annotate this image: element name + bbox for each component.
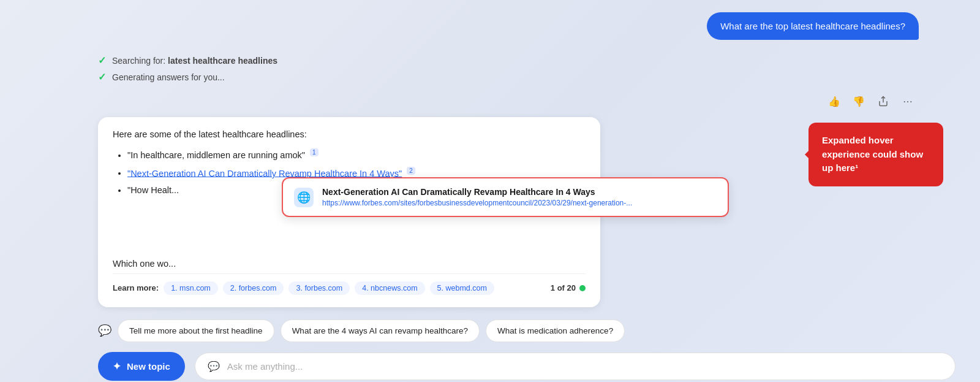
source-chip-3[interactable]: 3. forbes.com (288, 281, 350, 295)
learn-more-label: Learn more: (113, 283, 159, 292)
globe-icon: 🌐 (294, 188, 314, 207)
suggestions-icon: 💬 (98, 324, 111, 337)
more-options-button[interactable]: ⋯ (897, 90, 919, 112)
status-text-2: Generating answers for you... (112, 72, 225, 82)
user-message-bubble: What are the top latest healthcare headl… (707, 12, 919, 40)
search-input-container: 💬 (195, 353, 956, 380)
search-input-icon: 💬 (208, 361, 220, 372)
learn-more-section: Learn more: 1. msn.com 2. forbes.com 3. … (113, 273, 586, 295)
thumbs-up-button[interactable]: 👍 (823, 90, 845, 112)
new-topic-button[interactable]: ✦ New topic (98, 352, 185, 381)
green-dot (579, 285, 586, 291)
check-icon-2: ✓ (98, 71, 106, 83)
status-line-1: ✓ Searching for: latest healthcare headl… (98, 55, 956, 66)
answer-card: Here are some of the latest healthcare h… (98, 117, 600, 307)
suggestion-chip-1[interactable]: Tell me more about the first headline (118, 319, 274, 342)
hover-tooltip: 🌐 Next-Generation AI Can Dramatically Re… (282, 177, 729, 217)
page-counter: 1 of 20 (551, 283, 586, 292)
expanded-hover-annotation: Expanded hover experience could show up … (809, 123, 943, 186)
user-message-container: What are the top latest healthcare headl… (98, 12, 956, 40)
source-chip-5[interactable]: 5. webmd.com (430, 281, 494, 295)
source-chip-2[interactable]: 2. forbes.com (223, 281, 284, 295)
suggestion-chip-2[interactable]: What are the 4 ways AI can revamp health… (281, 319, 480, 342)
check-icon-1: ✓ (98, 55, 106, 66)
share-button[interactable] (872, 90, 894, 112)
list-item: "In healthcare, middlemen are running am… (127, 148, 586, 162)
suggestions-row: 💬 Tell me more about the first headline … (98, 319, 956, 342)
new-topic-icon: ✦ (113, 361, 121, 372)
tooltip-title: Next-Generation AI Can Dramatically Reva… (322, 187, 632, 197)
headline-link-2[interactable]: "Next-Generation AI Can Dramatically Rev… (127, 168, 402, 178)
status-text-1: Searching for: latest healthcare headlin… (112, 56, 277, 66)
source-chip-4[interactable]: 4. nbcnews.com (355, 281, 424, 295)
which-text: Which one wo... (113, 259, 586, 269)
search-input[interactable] (227, 361, 943, 372)
status-line-2: ✓ Generating answers for you... (98, 71, 956, 83)
thumbs-down-button[interactable]: 👎 (848, 90, 870, 112)
main-container: What are the top latest healthcare headl… (0, 0, 980, 382)
suggestion-chip-3[interactable]: What is medication adherence? (486, 319, 625, 342)
tooltip-content: Next-Generation AI Can Dramatically Reva… (322, 187, 632, 207)
tooltip-url: https://www.forbes.com/sites/forbesbusin… (322, 199, 632, 207)
answer-intro: Here are some of the latest healthcare h… (113, 129, 586, 139)
answer-toolbar: 👍 👎 ⋯ (98, 90, 956, 112)
source-chip-1[interactable]: 1. msn.com (164, 281, 218, 295)
input-row: ✦ New topic 💬 (98, 352, 956, 381)
